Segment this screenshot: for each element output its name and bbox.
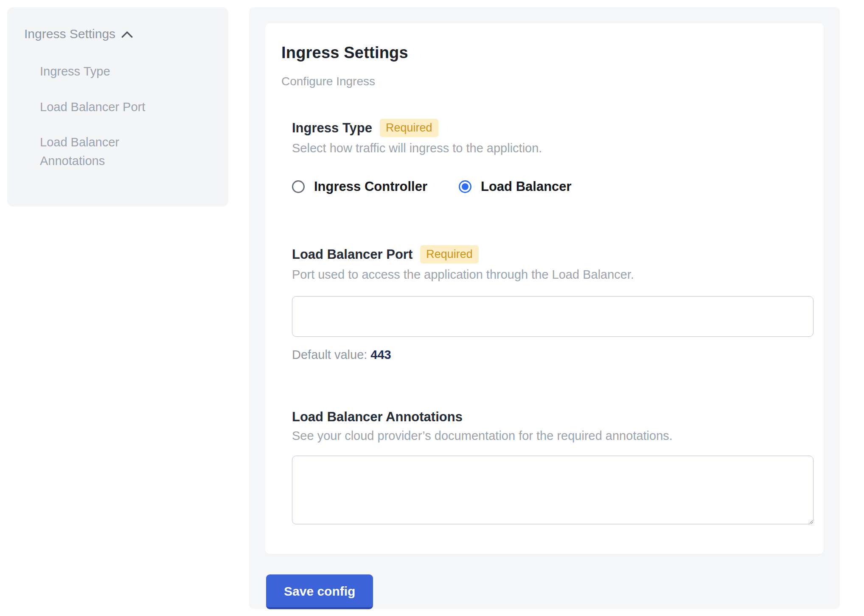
load-balancer-port-input[interactable] xyxy=(292,296,814,337)
radio-label-load-balancer: Load Balancer xyxy=(481,179,572,194)
nav-item-ingress-type[interactable]: Ingress Type xyxy=(40,62,180,81)
nav-section-ingress-settings[interactable]: Ingress Settings xyxy=(24,27,211,41)
required-badge: Required xyxy=(380,119,438,137)
load-balancer-port-section: Load Balancer Port Required Port used to… xyxy=(292,245,814,362)
nav-item-load-balancer-annotations[interactable]: Load Balancer Annotations xyxy=(40,133,180,170)
ingress-type-section: Ingress Type Required Select how traffic… xyxy=(292,119,814,194)
chevron-up-icon xyxy=(121,27,133,41)
load-balancer-port-description: Port used to access the application thro… xyxy=(292,268,814,282)
radio-unchecked-icon[interactable] xyxy=(292,180,305,193)
load-balancer-port-label: Load Balancer Port xyxy=(292,247,412,262)
default-value-label: Default value: xyxy=(292,348,367,361)
radio-option-ingress-controller[interactable]: Ingress Controller xyxy=(292,179,427,194)
radio-option-load-balancer[interactable]: Load Balancer xyxy=(459,179,572,194)
settings-nav-sidebar: Ingress Settings Ingress Type Load Balan… xyxy=(7,7,228,207)
ingress-settings-card: Ingress Settings Configure Ingress Ingre… xyxy=(265,23,824,554)
settings-panel: Ingress Settings Configure Ingress Ingre… xyxy=(249,7,840,609)
load-balancer-annotations-description: See your cloud provider’s documentation … xyxy=(292,429,814,443)
default-value: 443 xyxy=(370,348,391,361)
ingress-type-label: Ingress Type xyxy=(292,120,372,136)
ingress-type-radio-group: Ingress Controller Load Balancer xyxy=(292,179,814,194)
nav-items-list: Ingress Type Load Balancer Port Load Bal… xyxy=(24,62,211,170)
save-config-button[interactable]: Save config xyxy=(266,574,373,609)
load-balancer-annotations-label: Load Balancer Annotations xyxy=(292,409,463,425)
required-badge: Required xyxy=(420,245,479,263)
default-value-line: Default value:443 xyxy=(292,348,814,362)
nav-header-label: Ingress Settings xyxy=(24,27,115,41)
radio-checked-icon[interactable] xyxy=(459,180,471,193)
load-balancer-annotations-textarea[interactable] xyxy=(292,456,814,524)
ingress-type-description: Select how traffic will ingress to the a… xyxy=(292,141,814,155)
nav-item-load-balancer-port[interactable]: Load Balancer Port xyxy=(40,98,180,117)
load-balancer-annotations-section: Load Balancer Annotations See your cloud… xyxy=(292,409,814,524)
radio-label-ingress-controller: Ingress Controller xyxy=(314,179,427,194)
page-title: Ingress Settings xyxy=(281,44,814,62)
page-subtitle: Configure Ingress xyxy=(281,75,814,88)
